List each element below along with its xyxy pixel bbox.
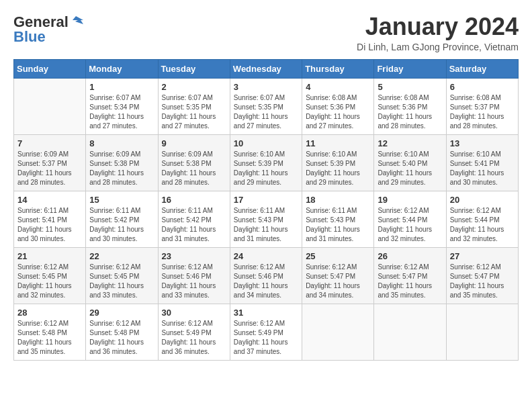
calendar-week-row: 1Sunrise: 6:07 AM Sunset: 5:34 PM Daylig… [14, 78, 519, 134]
logo-bird-icon [69, 15, 83, 30]
day-number: 22 [89, 251, 154, 261]
day-info: Sunrise: 6:10 AM Sunset: 5:39 PM Dayligh… [306, 150, 370, 187]
calendar-cell: 5Sunrise: 6:08 AM Sunset: 5:36 PM Daylig… [374, 78, 446, 134]
day-info: Sunrise: 6:12 AM Sunset: 5:49 PM Dayligh… [234, 319, 298, 357]
column-header-sunday: Sunday [14, 59, 86, 78]
day-info: Sunrise: 6:12 AM Sunset: 5:46 PM Dayligh… [234, 263, 298, 300]
day-number: 1 [89, 82, 154, 92]
calendar-cell [14, 78, 86, 134]
day-number: 8 [89, 138, 154, 148]
day-number: 13 [450, 138, 515, 148]
logo-text-blue: Blue [13, 28, 46, 46]
day-number: 15 [89, 195, 154, 205]
day-info: Sunrise: 6:12 AM Sunset: 5:44 PM Dayligh… [450, 206, 515, 244]
day-info: Sunrise: 6:09 AM Sunset: 5:38 PM Dayligh… [89, 150, 154, 187]
column-header-saturday: Saturday [446, 59, 518, 78]
calendar-cell: 26Sunrise: 6:12 AM Sunset: 5:47 PM Dayli… [374, 247, 446, 304]
day-info: Sunrise: 6:12 AM Sunset: 5:47 PM Dayligh… [450, 263, 515, 300]
calendar-cell: 6Sunrise: 6:08 AM Sunset: 5:37 PM Daylig… [446, 78, 518, 134]
calendar-cell: 17Sunrise: 6:11 AM Sunset: 5:43 PM Dayli… [230, 191, 302, 247]
logo: General Blue [13, 13, 83, 46]
day-info: Sunrise: 6:11 AM Sunset: 5:42 PM Dayligh… [162, 206, 226, 244]
calendar-cell: 24Sunrise: 6:12 AM Sunset: 5:46 PM Dayli… [230, 247, 302, 304]
day-info: Sunrise: 6:07 AM Sunset: 5:35 PM Dayligh… [162, 93, 226, 131]
day-number: 17 [234, 195, 298, 205]
calendar-cell: 19Sunrise: 6:12 AM Sunset: 5:44 PM Dayli… [374, 191, 446, 247]
day-info: Sunrise: 6:10 AM Sunset: 5:39 PM Dayligh… [234, 150, 298, 187]
day-number: 28 [17, 308, 82, 318]
day-number: 18 [306, 195, 370, 205]
day-number: 21 [17, 251, 82, 261]
day-info: Sunrise: 6:12 AM Sunset: 5:47 PM Dayligh… [306, 263, 370, 300]
day-number: 23 [162, 251, 226, 261]
day-info: Sunrise: 6:12 AM Sunset: 5:44 PM Dayligh… [378, 206, 442, 244]
day-info: Sunrise: 6:08 AM Sunset: 5:37 PM Dayligh… [450, 93, 515, 131]
calendar-cell [302, 304, 374, 360]
day-info: Sunrise: 6:09 AM Sunset: 5:37 PM Dayligh… [17, 150, 82, 187]
day-number: 24 [234, 251, 298, 261]
day-info: Sunrise: 6:11 AM Sunset: 5:43 PM Dayligh… [306, 206, 370, 244]
calendar-cell: 25Sunrise: 6:12 AM Sunset: 5:47 PM Dayli… [302, 247, 374, 304]
calendar-cell: 21Sunrise: 6:12 AM Sunset: 5:45 PM Dayli… [14, 247, 86, 304]
day-info: Sunrise: 6:12 AM Sunset: 5:48 PM Dayligh… [17, 319, 82, 357]
calendar-week-row: 21Sunrise: 6:12 AM Sunset: 5:45 PM Dayli… [14, 247, 519, 304]
column-header-wednesday: Wednesday [230, 59, 302, 78]
calendar-cell: 14Sunrise: 6:11 AM Sunset: 5:41 PM Dayli… [14, 191, 86, 247]
day-number: 31 [234, 308, 298, 318]
calendar-cell: 2Sunrise: 6:07 AM Sunset: 5:35 PM Daylig… [158, 78, 230, 134]
day-number: 3 [234, 82, 298, 92]
column-header-monday: Monday [86, 59, 158, 78]
day-number: 9 [162, 138, 226, 148]
day-info: Sunrise: 6:07 AM Sunset: 5:34 PM Dayligh… [89, 93, 154, 131]
day-number: 2 [162, 82, 226, 92]
calendar-cell: 30Sunrise: 6:12 AM Sunset: 5:49 PM Dayli… [158, 304, 230, 360]
day-number: 10 [234, 138, 298, 148]
calendar-cell: 4Sunrise: 6:08 AM Sunset: 5:36 PM Daylig… [302, 78, 374, 134]
title-block: January 2024 Di Linh, Lam GJong Province… [357, 13, 519, 52]
day-number: 20 [450, 195, 515, 205]
calendar-cell [374, 304, 446, 360]
calendar-week-row: 7Sunrise: 6:09 AM Sunset: 5:37 PM Daylig… [14, 134, 519, 191]
column-header-tuesday: Tuesday [158, 59, 230, 78]
calendar-cell: 15Sunrise: 6:11 AM Sunset: 5:42 PM Dayli… [86, 191, 158, 247]
calendar-cell: 8Sunrise: 6:09 AM Sunset: 5:38 PM Daylig… [86, 134, 158, 191]
day-number: 26 [378, 251, 442, 261]
day-number: 7 [17, 138, 82, 148]
day-info: Sunrise: 6:12 AM Sunset: 5:45 PM Dayligh… [17, 263, 82, 300]
day-info: Sunrise: 6:12 AM Sunset: 5:48 PM Dayligh… [89, 319, 154, 357]
calendar-header-row: SundayMondayTuesdayWednesdayThursdayFrid… [14, 59, 519, 78]
day-info: Sunrise: 6:10 AM Sunset: 5:40 PM Dayligh… [378, 150, 442, 187]
day-number: 25 [306, 251, 370, 261]
calendar-cell: 23Sunrise: 6:12 AM Sunset: 5:46 PM Dayli… [158, 247, 230, 304]
calendar-cell: 22Sunrise: 6:12 AM Sunset: 5:45 PM Dayli… [86, 247, 158, 304]
calendar-cell: 11Sunrise: 6:10 AM Sunset: 5:39 PM Dayli… [302, 134, 374, 191]
day-number: 5 [378, 82, 442, 92]
day-info: Sunrise: 6:12 AM Sunset: 5:45 PM Dayligh… [89, 263, 154, 300]
svg-marker-0 [73, 16, 83, 24]
calendar-cell: 20Sunrise: 6:12 AM Sunset: 5:44 PM Dayli… [446, 191, 518, 247]
day-number: 30 [162, 308, 226, 318]
calendar-cell: 12Sunrise: 6:10 AM Sunset: 5:40 PM Dayli… [374, 134, 446, 191]
calendar-cell: 7Sunrise: 6:09 AM Sunset: 5:37 PM Daylig… [14, 134, 86, 191]
calendar-cell: 29Sunrise: 6:12 AM Sunset: 5:48 PM Dayli… [86, 304, 158, 360]
day-number: 16 [162, 195, 226, 205]
day-info: Sunrise: 6:12 AM Sunset: 5:47 PM Dayligh… [378, 263, 442, 300]
day-number: 29 [89, 308, 154, 318]
calendar-table: SundayMondayTuesdayWednesdayThursdayFrid… [13, 59, 519, 361]
day-info: Sunrise: 6:12 AM Sunset: 5:49 PM Dayligh… [162, 319, 226, 357]
calendar-cell: 10Sunrise: 6:10 AM Sunset: 5:39 PM Dayli… [230, 134, 302, 191]
column-header-thursday: Thursday [302, 59, 374, 78]
calendar-cell: 31Sunrise: 6:12 AM Sunset: 5:49 PM Dayli… [230, 304, 302, 360]
day-info: Sunrise: 6:08 AM Sunset: 5:36 PM Dayligh… [378, 93, 442, 131]
day-number: 4 [306, 82, 370, 92]
day-info: Sunrise: 6:11 AM Sunset: 5:43 PM Dayligh… [234, 206, 298, 244]
calendar-week-row: 28Sunrise: 6:12 AM Sunset: 5:48 PM Dayli… [14, 304, 519, 360]
day-number: 27 [450, 251, 515, 261]
calendar-cell: 13Sunrise: 6:10 AM Sunset: 5:41 PM Dayli… [446, 134, 518, 191]
calendar-cell: 1Sunrise: 6:07 AM Sunset: 5:34 PM Daylig… [86, 78, 158, 134]
day-info: Sunrise: 6:08 AM Sunset: 5:36 PM Dayligh… [306, 93, 370, 131]
calendar-cell: 27Sunrise: 6:12 AM Sunset: 5:47 PM Dayli… [446, 247, 518, 304]
calendar-cell: 3Sunrise: 6:07 AM Sunset: 5:35 PM Daylig… [230, 78, 302, 134]
page-header: General Blue January 2024 Di Linh, Lam G… [13, 13, 519, 52]
day-info: Sunrise: 6:12 AM Sunset: 5:46 PM Dayligh… [162, 263, 226, 300]
